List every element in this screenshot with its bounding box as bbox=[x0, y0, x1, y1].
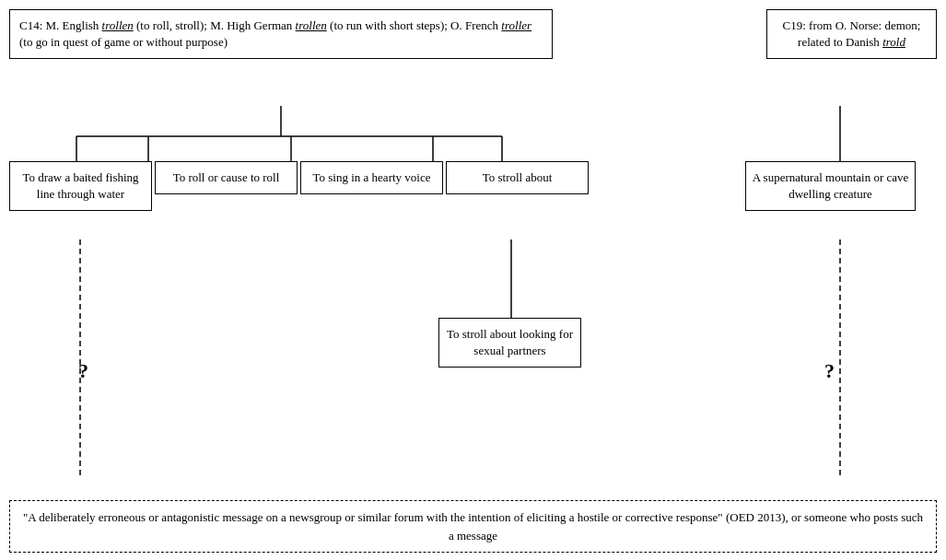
bottom-definition-text: "A deliberately erroneous or antagonisti… bbox=[23, 510, 923, 542]
troller: troller bbox=[501, 18, 531, 32]
question-mark-right: ? bbox=[824, 359, 835, 383]
mid-row: To draw a baited fishing line through wa… bbox=[9, 161, 937, 211]
bottom-definition-box: "A deliberately erroneous or antagonisti… bbox=[9, 500, 937, 553]
etymology-main-box: C14: M. English trollen (to roll, stroll… bbox=[9, 9, 553, 59]
mid-box-roll-text: To roll or cause to roll bbox=[173, 170, 280, 184]
mid-box-creature: A supernatural mountain or cave dwelling… bbox=[745, 161, 916, 211]
etymology-norse-text: C19: from O. Norse: demon; related to Da… bbox=[783, 18, 921, 49]
trold: trold bbox=[882, 35, 905, 49]
top-row: C14: M. English trollen (to roll, stroll… bbox=[9, 9, 937, 59]
connector-lines bbox=[0, 0, 946, 560]
mid-box-fishing: To draw a baited fishing line through wa… bbox=[9, 161, 152, 211]
mid-box-creature-text: A supernatural mountain or cave dwelling… bbox=[753, 170, 909, 201]
question-mark-left: ? bbox=[78, 359, 88, 383]
etymology-main-text: C14: M. English trollen (to roll, stroll… bbox=[19, 18, 531, 49]
bottom-mid-box-sexual: To stroll about looking for sexual partn… bbox=[438, 318, 581, 368]
mid-box-stroll: To stroll about bbox=[446, 161, 589, 194]
mid-box-sing-text: To sing in a hearty voice bbox=[313, 170, 431, 184]
trollen-1: trollen bbox=[102, 18, 134, 32]
mid-box-stroll-text: To stroll about bbox=[483, 170, 553, 184]
mid-box-sing: To sing in a hearty voice bbox=[300, 161, 443, 194]
diagram: C14: M. English trollen (to roll, stroll… bbox=[0, 0, 946, 560]
trollen-2: trollen bbox=[296, 18, 327, 32]
mid-box-roll: To roll or cause to roll bbox=[155, 161, 298, 194]
mid-box-fishing-text: To draw a baited fishing line through wa… bbox=[22, 170, 138, 201]
etymology-norse-box: C19: from O. Norse: demon; related to Da… bbox=[766, 9, 937, 59]
bottom-mid-box-text: To stroll about looking for sexual partn… bbox=[447, 327, 573, 357]
